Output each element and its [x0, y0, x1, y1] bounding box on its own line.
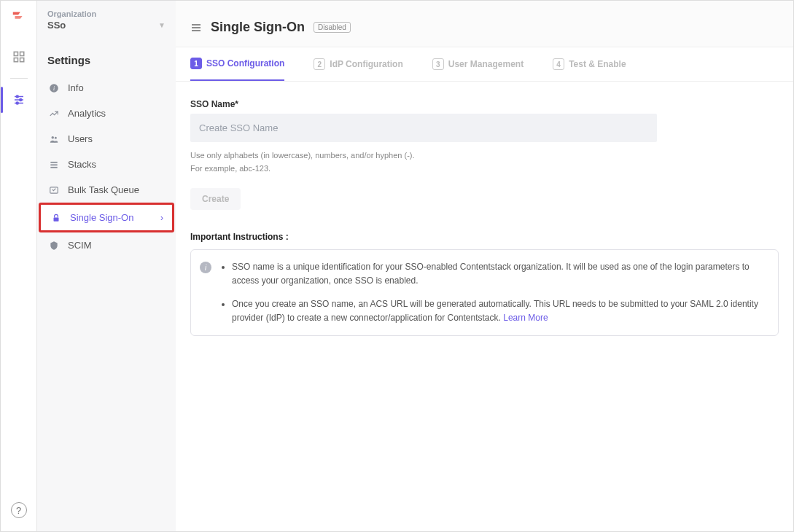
- settings-rail-icon[interactable]: [12, 93, 26, 107]
- left-rail: ?: [1, 1, 37, 531]
- org-selector[interactable]: Organization SSo ▼: [37, 5, 176, 38]
- sidebar-item-bulk-task-queue[interactable]: Bulk Task Queue: [39, 177, 174, 203]
- page-title: Single Sign-On: [211, 20, 305, 35]
- tab-label: Test & Enable: [569, 59, 626, 69]
- info-icon: i: [47, 83, 61, 93]
- svg-rect-1: [20, 52, 23, 55]
- create-button[interactable]: Create: [190, 188, 241, 210]
- app-logo: [11, 8, 27, 24]
- menu-icon[interactable]: [190, 22, 202, 34]
- tab-number: 3: [432, 58, 444, 70]
- tab-number: 2: [314, 58, 325, 70]
- instruction-item: Once you create an SSO name, an ACS URL …: [232, 297, 766, 325]
- instruction-text: Once you create an SSO name, an ACS URL …: [232, 299, 758, 323]
- sidebar-item-label: Analytics: [68, 108, 106, 119]
- content: SSO Name* Use only alphabets (in lowerca…: [176, 82, 793, 353]
- instructions-title: Important Instructions :: [190, 232, 779, 242]
- svg-point-7: [16, 95, 18, 98]
- rail-divider: [10, 78, 28, 79]
- tab-user-management[interactable]: 3 User Management: [432, 47, 524, 81]
- queue-icon: [47, 185, 61, 195]
- hint-line-2: For example, abc-123.: [190, 163, 779, 176]
- main: Single Sign-On Disabled 1 SSO Configurat…: [176, 1, 793, 531]
- sidebar-item-stacks[interactable]: Stacks: [39, 152, 174, 177]
- tab-label: SSO Configuration: [206, 58, 284, 69]
- sidebar-item-label: Single Sign-On: [70, 212, 133, 223]
- sidebar: Organization SSo ▼ Settings i Info Analy…: [37, 1, 176, 531]
- hint-line-1: Use only alphabets (in lowercase), numbe…: [190, 149, 779, 163]
- sidebar-list: i Info Analytics Users Stacks Bulk Task …: [37, 75, 176, 258]
- chevron-down-icon: ▼: [158, 21, 166, 29]
- sidebar-item-label: Info: [68, 82, 84, 93]
- svg-point-12: [52, 136, 55, 138]
- instruction-item: SSO name is a unique identification for …: [232, 260, 766, 288]
- users-icon: [47, 134, 61, 144]
- tabs: 1 SSO Configuration 2 IdP Configuration …: [176, 47, 793, 82]
- tab-idp-configuration[interactable]: 2 IdP Configuration: [314, 47, 402, 81]
- sidebar-item-single-sign-on[interactable]: Single Sign-On ›: [39, 203, 174, 232]
- svg-text:i: i: [53, 85, 55, 91]
- instruction-box: i SSO name is a unique identification fo…: [190, 249, 779, 336]
- shield-icon: [47, 240, 61, 251]
- sidebar-item-label: Users: [68, 133, 93, 144]
- tab-test-enable[interactable]: 4 Test & Enable: [553, 47, 626, 81]
- sidebar-item-info[interactable]: i Info: [39, 75, 174, 101]
- svg-rect-18: [54, 217, 59, 221]
- tab-sso-configuration[interactable]: 1 SSO Configuration: [190, 47, 284, 81]
- svg-rect-0: [14, 52, 17, 55]
- instruction-list: SSO name is a unique identification for …: [220, 260, 766, 325]
- main-header: Single Sign-On Disabled: [176, 1, 793, 47]
- sidebar-item-scim[interactable]: SCIM: [39, 232, 174, 258]
- chevron-right-icon: ›: [160, 213, 163, 223]
- svg-rect-16: [50, 166, 57, 168]
- svg-point-9: [16, 102, 18, 104]
- tab-number: 1: [190, 58, 202, 69]
- org-label: Organization: [47, 9, 166, 18]
- stacks-icon: [47, 160, 61, 170]
- svg-rect-15: [50, 164, 57, 165]
- org-name: SSo: [47, 20, 66, 31]
- dashboard-icon[interactable]: [12, 50, 26, 64]
- status-badge: Disabled: [314, 22, 351, 33]
- learn-more-link[interactable]: Learn More: [503, 313, 548, 323]
- sso-name-label: SSO Name*: [190, 99, 779, 109]
- sidebar-item-label: Bulk Task Queue: [68, 184, 139, 195]
- lock-icon: [50, 213, 63, 223]
- sidebar-item-label: SCIM: [68, 240, 92, 251]
- instruction-text: SSO name is a unique identification for …: [232, 262, 750, 286]
- sidebar-item-users[interactable]: Users: [39, 126, 174, 152]
- svg-rect-2: [14, 58, 17, 62]
- svg-rect-3: [20, 58, 23, 62]
- help-icon[interactable]: ?: [11, 502, 27, 518]
- tab-label: User Management: [448, 59, 524, 69]
- sidebar-item-analytics[interactable]: Analytics: [39, 101, 174, 126]
- tab-number: 4: [553, 58, 564, 70]
- info-icon: i: [200, 262, 211, 273]
- hint-text: Use only alphabets (in lowercase), numbe…: [190, 149, 779, 175]
- svg-point-13: [55, 136, 57, 138]
- analytics-icon: [47, 109, 61, 119]
- svg-point-8: [19, 99, 21, 101]
- tab-label: IdP Configuration: [330, 59, 402, 69]
- sidebar-item-label: Stacks: [68, 159, 96, 170]
- sso-name-input[interactable]: [190, 114, 657, 142]
- svg-rect-14: [50, 161, 57, 163]
- sidebar-title: Settings: [37, 38, 176, 75]
